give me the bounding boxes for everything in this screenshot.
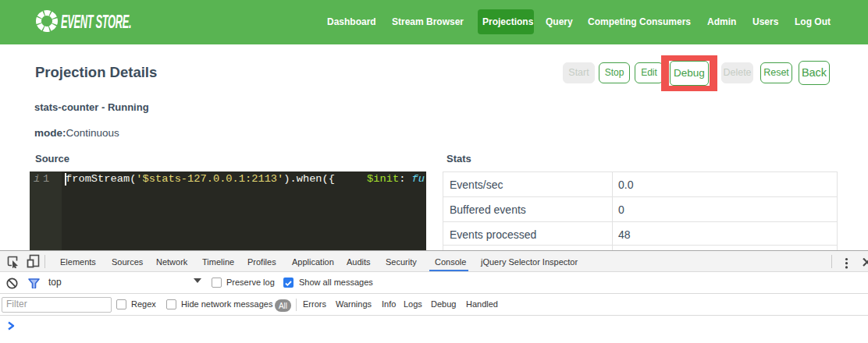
svg-text:EVENT STORE.: EVENT STORE. — [61, 12, 131, 32]
